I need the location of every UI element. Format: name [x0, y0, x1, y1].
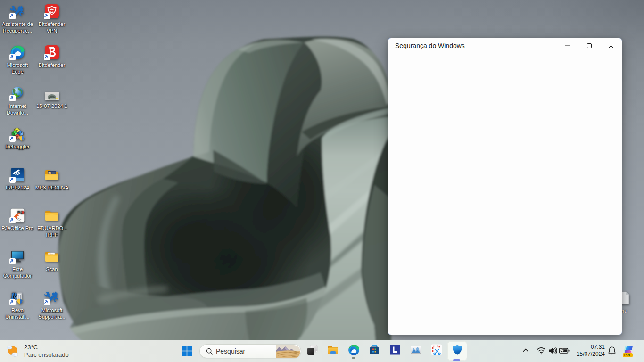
svg-text:e: e: [22, 210, 24, 214]
